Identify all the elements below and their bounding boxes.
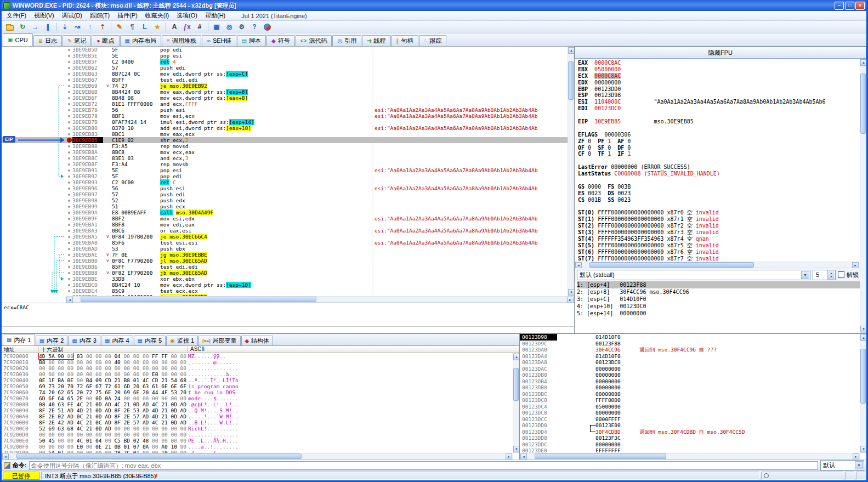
arg-row[interactable]: 1: [esp+4] 00123F88 <box>577 281 866 288</box>
menu-options[interactable]: 选项(O) <box>173 11 201 20</box>
menu-trace[interactable]: 跟踪(T) <box>86 11 114 20</box>
disasm-row[interactable]: 30E9EB638B7C24 0Cmov edi,dword ptr ss:[e… <box>2 71 574 77</box>
disasm-row[interactable]: 30E9EB93C2 0C00ret C <box>2 179 574 185</box>
disasm-row[interactable]: 30E9EB5D5Fpop edi <box>2 47 574 53</box>
patches-button[interactable]: ✎ <box>114 21 126 32</box>
disasm-vscrollbar[interactable]: ▲▼ <box>568 47 574 296</box>
maximize-button[interactable]: □ <box>845 2 854 10</box>
memory-map-tool-button[interactable]: ▦ <box>211 21 223 32</box>
stack-hscrollbar-track[interactable] <box>527 453 853 459</box>
stack-hscrollbar-thumb[interactable] <box>535 453 666 459</box>
disasm-vscrollbar-arrow-end[interactable]: ▼ <box>568 289 574 296</box>
disasm-row[interactable]: 30E9EBBE33DBxor ebx,ebx <box>2 276 574 282</box>
menu-debug[interactable]: 调试(D) <box>58 11 86 20</box>
memory-row[interactable]: 7C9200D000 00 00 00 00 00 00 00 00 00 00… <box>2 432 513 438</box>
disasm-row[interactable]: 30E9EB7856push esiesi:"Aa0Aa1Aa2Aa3Aa4Aa… <box>2 107 574 113</box>
tab-dump-3[interactable]: ▦内存 3 <box>68 336 100 345</box>
disasm-row[interactable]: 30E9EBB685FFtest edi,edi <box>2 264 574 270</box>
disasm-row[interactable]: 30E9EB88F3:A5rep movsd <box>2 143 574 149</box>
memory-vscrollbar-track[interactable] <box>513 360 519 446</box>
ST(7)-value[interactable]: FFFF0000000000000000 <box>598 256 667 262</box>
stack-hscrollbar[interactable]: ◄► <box>520 453 860 460</box>
ebx-value[interactable]: 05000000 <box>594 66 621 72</box>
memory-row[interactable]: 7C92002000 00 00 00 00 00 00 00 00 00 00… <box>2 365 513 371</box>
stack-vscrollbar[interactable]: ▲▼ <box>860 334 866 453</box>
breakpoint-dot[interactable] <box>66 137 72 143</box>
stack-row[interactable]: 00123DD800123F3C <box>520 435 860 441</box>
disasm-row[interactable]: 30E9EB9656push esiesi:"Aa0Aa1Aa2Aa3Aa4Aa… <box>2 185 574 191</box>
tab-dump-4[interactable]: ▦内存 4 <box>101 336 133 345</box>
calling-convention-select[interactable]: 默认 (stdcall) ▼ <box>577 270 810 280</box>
disasm-row[interactable]: 30E9EBA5v0F84 197B0200je mso.30EC66C4 <box>2 234 574 240</box>
stack-hscrollbar-arrow-start[interactable]: ◄ <box>520 453 527 460</box>
command-input[interactable] <box>29 461 818 470</box>
disasm-row[interactable]: 30E9EB6785FFtest edi,edi <box>2 77 574 83</box>
disasm-row[interactable]: 30E9EB8C83E1 03and ecx,3 <box>2 155 574 161</box>
stack-row[interactable]: 00123DBC00000000 <box>520 391 860 398</box>
close-button[interactable]: × <box>855 2 865 10</box>
open-file-button[interactable] <box>4 21 16 32</box>
memory-row[interactable]: 7C9200908F 2E 51 AD 4D 21 0D AD 8F 2E 53… <box>2 407 513 413</box>
menu-view[interactable]: 视图(V) <box>30 11 58 20</box>
ST(0)-value[interactable]: FFFF0000000000000000 <box>598 209 667 216</box>
memory-row[interactable]: 7C92003000 00 00 00 00 00 00 00 00 00 00… <box>2 371 513 377</box>
disasm-row[interactable]: 30E9EBAEv7F 0Ejg mso.30E9EBBE <box>2 252 574 258</box>
stack-vscrollbar-arrow-end[interactable]: ▼ <box>860 446 866 452</box>
tab-dump-1[interactable]: ▦内存 1 <box>3 334 35 345</box>
ss-value[interactable]: 0023 <box>617 197 637 203</box>
stack-row[interactable]: 00123DA800123DC0 <box>520 359 860 366</box>
ST(2)-value[interactable]: FFFF0000000000000000 <box>598 223 667 229</box>
eax-value[interactable]: 0000C8AC <box>594 60 621 66</box>
command-profile-select[interactable]: 默认 ▼ <box>820 460 864 470</box>
disasm-row[interactable]: 30E9EB798BF1mov esi,ecxesi:"Aa0Aa1Aa2Aa3… <box>2 113 574 119</box>
memory-row[interactable]: 7C9200F000 00 00 00 E0 00 0E 21 0B 01 07… <box>2 444 513 450</box>
disasm-row[interactable]: 30E9EBC485C9test ecx,ecx <box>2 288 574 294</box>
stack-row[interactable]: 00123DAC00000000 <box>520 366 860 372</box>
tab-source[interactable]: <>源代码 <box>296 35 332 46</box>
disasm-hscrollbar-track[interactable] <box>73 297 567 302</box>
tab-references[interactable]: ◎引用 <box>332 35 361 46</box>
disasm-row[interactable]: 30E9EBB0v0F8C F7790200jl mso.30EC65AD <box>2 258 574 264</box>
tab-log[interactable]: ≣日志 <box>33 35 62 46</box>
ST(6)-value[interactable]: FFFF0000000000000000 <box>598 249 667 255</box>
stack-row[interactable]: 00123DD000123E00 <box>520 422 860 429</box>
disasm-row[interactable]: 30E9EB800370 10add esi,dword ptr ds:[eax… <box>2 125 574 131</box>
esp-value[interactable]: 00123D98 <box>594 92 621 98</box>
menu-help[interactable]: 帮助(H) <box>201 11 229 20</box>
stack-row[interactable]: 00123DD430F4CDBD返回到 mso.30F4CDBD 自 mso.3… <box>520 429 860 435</box>
spinner-arrows-icon[interactable]: ▲▼ <box>827 270 835 280</box>
arg-row[interactable]: 3: [esp+C] 014D10F0 <box>577 296 866 303</box>
tab-seh-chain[interactable]: ∞SEH链 <box>202 35 236 46</box>
step-into-button[interactable]: ⇣ <box>59 21 71 32</box>
memory-row[interactable]: 7C9200004D 5A 90 00 03 00 00 00 04 00 00… <box>2 353 513 359</box>
memory-hscrollbar-arrow-start[interactable]: ◄ <box>2 453 9 460</box>
memory-row[interactable]: 7C92006074 20 62 65 20 72 75 6E 20 69 6E… <box>2 389 513 395</box>
stack-row[interactable]: 00123DCC0000FFFF <box>520 416 860 423</box>
disasm-row[interactable]: 30E9EBA30BC6or eax,esiesi:"Aa0Aa1Aa2Aa3A… <box>2 228 574 234</box>
disasm-vscrollbar-track[interactable] <box>568 54 574 289</box>
disasm-row[interactable]: 30E9EB8FF3:A4rep movsb <box>2 161 574 167</box>
fs-value[interactable]: 003B <box>617 184 637 190</box>
arg-row[interactable]: 2: [esp+8] 30F4CC96 mso.30F4CC96 <box>577 288 866 296</box>
disasm-row[interactable]: 30E9EB85C1E9 02shr ecx,2 <box>2 137 574 143</box>
memory-vscrollbar-arrow-start[interactable]: ▲ <box>513 354 520 360</box>
memory-row[interactable]: 7C9200400E 1F BA 0E 00 B4 09 CD 21 B8 01… <box>2 377 513 383</box>
tab-call-stack[interactable]: ≡调用堆栈 <box>162 35 201 46</box>
memory-hscrollbar[interactable]: ◄► <box>2 453 513 460</box>
tab-struct[interactable]: ◆结构体 <box>241 336 274 345</box>
memory-row[interactable]: 7C9200706D 6F 64 65 2E 00 0D 0A 24 00 00… <box>2 395 513 401</box>
tab-script[interactable]: ▤脚本 <box>237 35 266 46</box>
disasm-row[interactable]: 30E9EBAB85F6test esi,esiesi:"Aa0Aa1Aa2Aa… <box>2 240 574 246</box>
registers-vscrollbar-thumb[interactable] <box>860 73 866 134</box>
esi-value[interactable]: 1104000C <box>594 99 621 105</box>
memory-hscrollbar-arrow-end[interactable]: ► <box>506 453 512 460</box>
help-button[interactable]: ? <box>248 21 260 32</box>
registers-hscrollbar-track[interactable] <box>582 262 852 268</box>
disasm-row[interactable]: 30E9EB925Fpop edi <box>2 173 574 179</box>
tab-symbols[interactable]: ◆符号 <box>266 35 295 46</box>
chevron-down-icon[interactable]: ▼ <box>855 461 863 469</box>
disasm-row[interactable]: 30E9EB69v74 27je mso.30E9EB92 <box>2 83 574 89</box>
disasm-row[interactable]: 30E9EB5FC2 0400ret 4 <box>2 59 574 65</box>
ST(5)-value[interactable]: FFFF0000000000000000 <box>598 242 667 248</box>
disasm-row[interactable]: 30E9EBB8v0F82 EF790200jb mso.30EC65AD <box>2 270 574 276</box>
